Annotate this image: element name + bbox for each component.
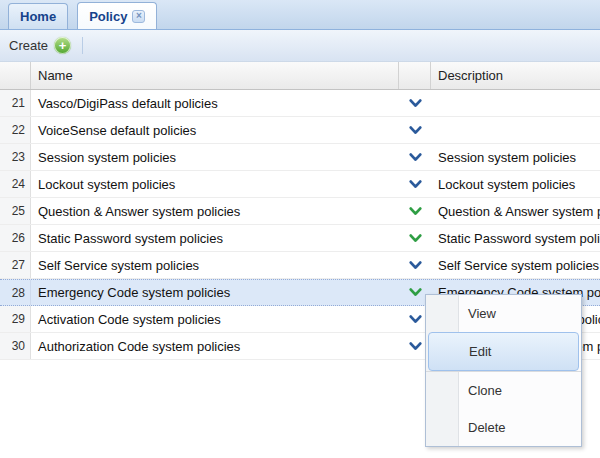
row-description: Lockout system policies	[431, 171, 600, 197]
table-row[interactable]: 23Session system policiesSession system …	[0, 144, 600, 171]
chevron-down-icon[interactable]	[399, 90, 431, 116]
app-window: Home Policy × Create + Name Description …	[0, 0, 600, 458]
row-number: 23	[0, 144, 31, 170]
chevron-down-icon[interactable]	[399, 198, 431, 224]
tab-policy-label: Policy	[89, 9, 127, 24]
row-description: Self Service system policies	[431, 252, 600, 278]
tab-policy[interactable]: Policy ×	[77, 2, 157, 29]
context-menu: ViewEditCloneDelete	[425, 294, 582, 447]
close-icon[interactable]: ×	[132, 10, 145, 23]
toolbar: Create +	[0, 30, 600, 62]
table-row[interactable]: 26Static Password system policiesStatic …	[0, 225, 600, 252]
row-description: Question & Answer system policies	[431, 198, 600, 224]
row-description: Session system policies	[431, 144, 600, 170]
grid-header: Name Description	[0, 62, 600, 90]
row-description	[431, 117, 600, 143]
chevron-down-icon[interactable]	[399, 144, 431, 170]
row-name: VoiceSense default policies	[31, 117, 399, 143]
row-number: 24	[0, 171, 31, 197]
tab-home-label: Home	[20, 9, 56, 24]
name-column-header[interactable]: Name	[31, 62, 399, 89]
description-column-header[interactable]: Description	[431, 62, 600, 89]
row-name: Question & Answer system policies	[31, 198, 399, 224]
chevron-down-icon[interactable]	[399, 252, 431, 278]
row-name: Authorization Code system policies	[31, 333, 399, 359]
menu-item-edit[interactable]: Edit	[428, 332, 579, 371]
chevron-down-icon[interactable]	[399, 171, 431, 197]
toolbar-separator	[82, 37, 83, 54]
tab-home[interactable]: Home	[8, 3, 68, 29]
row-number: 25	[0, 198, 31, 224]
actions-column-header	[399, 62, 431, 89]
row-number: 30	[0, 333, 31, 359]
chevron-down-icon[interactable]	[399, 117, 431, 143]
row-number: 29	[0, 306, 31, 332]
row-name: Emergency Code system policies	[31, 280, 399, 305]
row-number: 22	[0, 117, 31, 143]
tab-bar: Home Policy ×	[0, 0, 600, 30]
row-number: 21	[0, 90, 31, 116]
row-number: 26	[0, 225, 31, 251]
row-number-column-header	[0, 62, 31, 89]
row-name: Session system policies	[31, 144, 399, 170]
row-name: Vasco/DigiPass default policies	[31, 90, 399, 116]
menu-item-view[interactable]: View	[426, 295, 581, 332]
row-number: 27	[0, 252, 31, 278]
row-name: Activation Code system policies	[31, 306, 399, 332]
chevron-down-icon[interactable]	[399, 225, 431, 251]
table-row[interactable]: 27Self Service system policiesSelf Servi…	[0, 252, 600, 279]
menu-item-delete[interactable]: Delete	[426, 409, 581, 446]
table-row[interactable]: 25Question & Answer system policiesQuest…	[0, 198, 600, 225]
row-name: Static Password system policies	[31, 225, 399, 251]
row-description: Static Password system policies	[431, 225, 600, 251]
create-button[interactable]: Create +	[9, 37, 71, 54]
row-description	[431, 90, 600, 116]
create-button-label: Create	[9, 38, 48, 53]
row-name: Self Service system policies	[31, 252, 399, 278]
menu-item-clone[interactable]: Clone	[426, 372, 581, 409]
table-row[interactable]: 22VoiceSense default policies	[0, 117, 600, 144]
plus-icon: +	[54, 37, 71, 54]
table-row[interactable]: 24Lockout system policiesLockout system …	[0, 171, 600, 198]
table-row[interactable]: 21Vasco/DigiPass default policies	[0, 90, 600, 117]
row-name: Lockout system policies	[31, 171, 399, 197]
row-number: 28	[0, 280, 31, 305]
